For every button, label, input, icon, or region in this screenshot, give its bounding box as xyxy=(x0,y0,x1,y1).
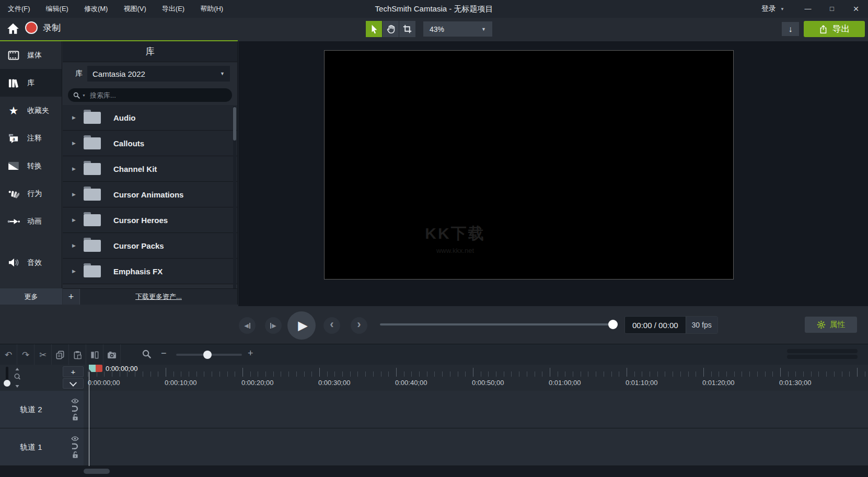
maximize-button[interactable]: □ xyxy=(820,0,844,18)
sidebar-item-behaviors[interactable]: 行为 xyxy=(0,180,62,207)
screenshot-button[interactable] xyxy=(103,344,121,365)
track-name: 轨道 1 xyxy=(20,442,42,452)
redo-button[interactable]: ↷ xyxy=(17,344,34,365)
track-lane[interactable] xyxy=(84,428,868,466)
track-options-button[interactable] xyxy=(63,378,84,389)
title-bar: 文件(F) 编辑(E) 修改(M) 视图(V) 导出(E) 帮助(H) Tech… xyxy=(0,0,868,18)
timeline-zoom-slider[interactable] xyxy=(176,354,242,356)
scrollbar-thumb[interactable] xyxy=(233,107,236,141)
folder-row-emphasis-fx[interactable]: ▶ Emphasis FX xyxy=(63,259,237,284)
expander-icon[interactable]: ▶ xyxy=(72,141,77,146)
magnet-icon[interactable] xyxy=(72,405,78,412)
pan-tool-button[interactable] xyxy=(383,21,399,37)
cut-button[interactable]: ✂ xyxy=(34,344,52,365)
split-icon xyxy=(90,351,99,359)
expander-icon[interactable]: ▶ xyxy=(72,269,77,274)
folder-row-cursor-packs[interactable]: ▶ Cursor Packs xyxy=(63,233,237,259)
expander-icon[interactable]: ▶ xyxy=(72,192,77,197)
folder-row-cursor-heroes[interactable]: ▶ Cursor Heroes xyxy=(63,207,237,233)
menu-modify[interactable]: 修改(M) xyxy=(76,0,116,18)
crop-tool-button[interactable] xyxy=(399,21,415,37)
menu-edit[interactable]: 编辑(E) xyxy=(38,0,76,18)
timeline-ruler[interactable]: 0:00:00;00 0:00:10;00 0:00:20;00 0:00:30… xyxy=(84,365,868,391)
eye-icon[interactable] xyxy=(71,436,79,441)
sidebar-item-animations[interactable]: 动画 xyxy=(0,207,62,235)
ruler-label: 0:00:50;00 xyxy=(472,379,504,387)
zoom-slider-thumb[interactable] xyxy=(203,351,212,359)
lock-icon[interactable] xyxy=(72,451,78,458)
menu-file[interactable]: 文件(F) xyxy=(0,0,38,18)
expander-icon[interactable]: ▶ xyxy=(72,217,77,223)
library-combo-label: 库 xyxy=(75,69,83,78)
library-combo-row: 库 Camtasia 2022 ▼ xyxy=(63,62,237,85)
jump-back-button[interactable]: ‹ xyxy=(323,317,340,334)
split-button[interactable] xyxy=(86,344,103,365)
export-button[interactable]: 导出 xyxy=(804,21,865,37)
expander-icon[interactable]: ▶ xyxy=(72,115,77,120)
library-search-box[interactable]: ▼ xyxy=(68,88,232,102)
home-button[interactable] xyxy=(6,22,20,36)
menu-view[interactable]: 视图(V) xyxy=(115,0,154,18)
seek-slider-thumb[interactable] xyxy=(608,320,618,329)
library-select[interactable]: Camtasia 2022 ▼ xyxy=(87,66,230,82)
zoom-out-button[interactable]: − xyxy=(161,348,167,359)
timeline-zoom-icon xyxy=(142,350,151,358)
ruler-label: 0:01:10;00 xyxy=(626,379,657,387)
zoom-in-button[interactable]: + xyxy=(248,348,253,359)
sidebar-item-transitions[interactable]: 转换 xyxy=(0,152,62,180)
track-header[interactable]: 轨道 1 xyxy=(0,428,84,466)
sidebar-item-favorites[interactable]: ★ 收藏夹 xyxy=(0,97,62,124)
next-frame-button[interactable]: ▶ xyxy=(265,317,282,334)
library-scrollbar[interactable] xyxy=(233,106,236,301)
plus-icon: + xyxy=(68,292,74,303)
jump-forward-button[interactable]: › xyxy=(351,317,367,334)
folder-name: Callouts xyxy=(113,139,144,148)
folder-row-cursor-animations[interactable]: ▶ Cursor Animations xyxy=(63,182,237,207)
close-button[interactable]: × xyxy=(844,0,868,18)
redo-icon: ↷ xyxy=(22,350,29,360)
download-button[interactable]: ↓ xyxy=(782,22,799,36)
eye-icon[interactable] xyxy=(71,398,79,403)
search-input[interactable] xyxy=(90,91,227,99)
sidebar-more-button[interactable]: 更多 xyxy=(0,288,62,305)
sidebar-item-library[interactable]: 库 xyxy=(0,69,62,97)
record-button[interactable]: 录制 xyxy=(25,21,61,34)
add-library-button[interactable]: + xyxy=(63,289,80,305)
folder-row-audio[interactable]: ▶ Audio xyxy=(63,105,237,131)
folder-icon xyxy=(84,163,101,175)
undo-button[interactable]: ↶ xyxy=(0,344,17,365)
track-lane[interactable] xyxy=(84,391,868,428)
expander-icon[interactable]: ▶ xyxy=(72,243,77,248)
playhead-out-handle[interactable] xyxy=(96,365,102,372)
magnet-icon[interactable] xyxy=(72,443,78,449)
properties-label: 属性 xyxy=(830,320,846,330)
canvas-zoom-dropdown[interactable]: 43% ▼ xyxy=(423,21,492,37)
track-header[interactable]: 轨道 2 xyxy=(0,391,84,428)
sidebar-item-media[interactable]: 媒体 xyxy=(0,41,62,69)
properties-button[interactable]: 属性 xyxy=(805,317,857,333)
minimize-button[interactable]: — xyxy=(796,0,820,18)
login-button[interactable]: 登录 ▼ xyxy=(750,4,796,14)
menu-help[interactable]: 帮助(H) xyxy=(192,0,231,18)
menu-export[interactable]: 导出(E) xyxy=(154,0,192,18)
previous-frame-button[interactable]: ◀ xyxy=(239,317,256,334)
folder-row-callouts[interactable]: ▶ Callouts xyxy=(63,131,237,156)
select-tool-button[interactable] xyxy=(366,21,382,37)
expander-icon[interactable]: ▶ xyxy=(72,166,77,171)
paste-button[interactable] xyxy=(69,344,86,365)
play-button[interactable]: ▶ xyxy=(287,311,316,340)
download-more-assets-link[interactable]: 下载更多资产... xyxy=(80,289,237,305)
sidebar-item-audio-effects[interactable]: 音效 xyxy=(0,249,62,276)
sidebar-item-annotations[interactable]: a 注释 xyxy=(0,124,62,152)
paste-icon xyxy=(74,351,82,359)
track-height-knob[interactable] xyxy=(4,380,10,387)
track-height-slider[interactable] xyxy=(6,367,8,387)
menu-bar: 文件(F) 编辑(E) 修改(M) 视图(V) 导出(E) 帮助(H) xyxy=(0,0,231,18)
lock-icon[interactable] xyxy=(72,413,78,421)
copy-button[interactable] xyxy=(52,344,69,365)
add-track-button[interactable]: + xyxy=(63,366,84,377)
folder-row-channel-kit[interactable]: ▶ Channel Kit xyxy=(63,156,237,182)
video-preview[interactable]: KK下载 www.kkx.net xyxy=(324,50,734,280)
seek-slider[interactable] xyxy=(380,323,613,325)
hscroll-thumb[interactable] xyxy=(84,469,110,474)
